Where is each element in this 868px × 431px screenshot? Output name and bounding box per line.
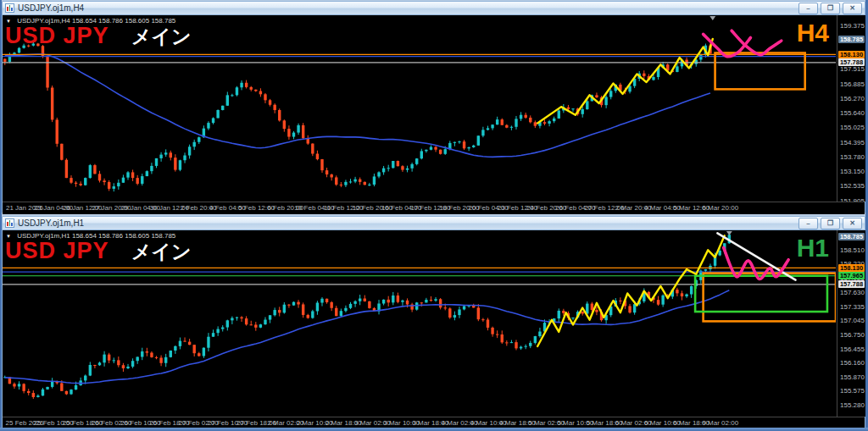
symbol-memo: メイン (131, 25, 192, 47)
price-tick: 153.150 (840, 168, 865, 175)
symbol-text-label: USD JPY メイン (5, 238, 192, 265)
chart-window-h4: USDJPY.oj1m,H4 – ❐ ✕ 159.375158.760158.1… (2, 1, 865, 213)
drawn-rectangle[interactable] (704, 274, 836, 322)
price-badge: 157.965 (838, 272, 865, 279)
chart-area-h4[interactable]: 159.375158.760158.130157.515156.885156.2… (3, 15, 865, 213)
price-tick: 156.455 (840, 345, 865, 353)
app-frame-bottom (0, 428, 868, 431)
chart-shift-marker-icon[interactable] (709, 16, 715, 20)
symbol-name: USD JPY (5, 238, 109, 263)
price-tick: 156.750 (840, 331, 865, 339)
price-tick: 156.160 (840, 359, 865, 367)
price-badge: 158.785 (838, 36, 865, 43)
chart-area-h1[interactable]: 158.805158.510158.220157.925157.630157.3… (3, 230, 865, 428)
price-tick: 156.885 (840, 80, 865, 88)
minimize-button[interactable]: – (798, 3, 818, 14)
chart-window-icon (5, 3, 14, 13)
price-badge: 158.130 (838, 51, 865, 58)
price-badge: 157.788 (838, 58, 865, 66)
window-title: USDJPY.oj1m,H4 (18, 3, 798, 13)
restore-button[interactable]: ❐ (821, 3, 840, 14)
chart-window-h1: USDJPY.oj1m,H1 – ❐ ✕ 158.805158.510158.2… (2, 216, 865, 428)
price-tick: 155.025 (840, 124, 865, 131)
drawn-rectangle[interactable] (715, 53, 805, 90)
timeframe-label: H1 (797, 234, 829, 262)
symbol-memo: メイン (131, 240, 192, 262)
symbol-text-label: USD JPY メイン (5, 23, 192, 50)
time-axis-h4[interactable]: 21 Jan 202623 Jan 04:0026 Jan 12:0027 Ja… (3, 202, 865, 214)
yellow-zigzag[interactable] (537, 235, 725, 346)
close-button[interactable]: ✕ (843, 3, 862, 14)
price-tick: 155.280 (840, 401, 865, 409)
close-button[interactable]: ✕ (843, 218, 862, 229)
price-tick: 155.640 (840, 109, 865, 117)
price-badge: 158.785 (838, 233, 865, 240)
window-titlebar[interactable]: USDJPY.oj1m,H1 – ❐ ✕ (3, 217, 865, 230)
restore-button[interactable]: ❐ (821, 218, 840, 229)
price-tick: 157.515 (840, 65, 865, 73)
time-tick: 6 Mar 20:00 (702, 204, 738, 212)
price-tick: 158.510 (840, 246, 865, 254)
time-tick: 9 Mar 02:00 (702, 419, 738, 427)
price-tick: 157.335 (840, 303, 865, 311)
price-tick: 155.575 (840, 387, 865, 395)
price-tick: 156.270 (840, 95, 865, 102)
price-badge: 157.788 (838, 280, 865, 288)
price-axis-h4[interactable]: 159.375158.760158.130157.515156.885156.2… (837, 15, 865, 202)
minimize-button[interactable]: – (798, 218, 818, 229)
drawn-rectangle[interactable] (695, 276, 827, 312)
timeframe-label: H4 (797, 19, 829, 47)
price-tick: 159.375 (840, 22, 865, 30)
price-badge: 158.130 (838, 264, 865, 272)
price-tick: 152.535 (840, 182, 865, 190)
price-tick: 155.870 (840, 373, 865, 381)
price-tick: 154.395 (840, 139, 865, 146)
window-title: USDJPY.oj1m,H1 (18, 218, 798, 228)
chart-window-icon (5, 218, 14, 228)
price-axis-h1[interactable]: 158.805158.510158.220157.925157.630157.3… (837, 230, 865, 417)
chart-shift-marker-icon[interactable] (726, 231, 732, 235)
symbol-name: USD JPY (5, 23, 109, 48)
price-tick: 157.045 (840, 317, 865, 324)
window-titlebar[interactable]: USDJPY.oj1m,H4 – ❐ ✕ (3, 2, 865, 15)
price-tick: 157.630 (840, 289, 865, 296)
pink-projection[interactable] (724, 248, 789, 279)
price-tick: 153.780 (840, 153, 865, 161)
